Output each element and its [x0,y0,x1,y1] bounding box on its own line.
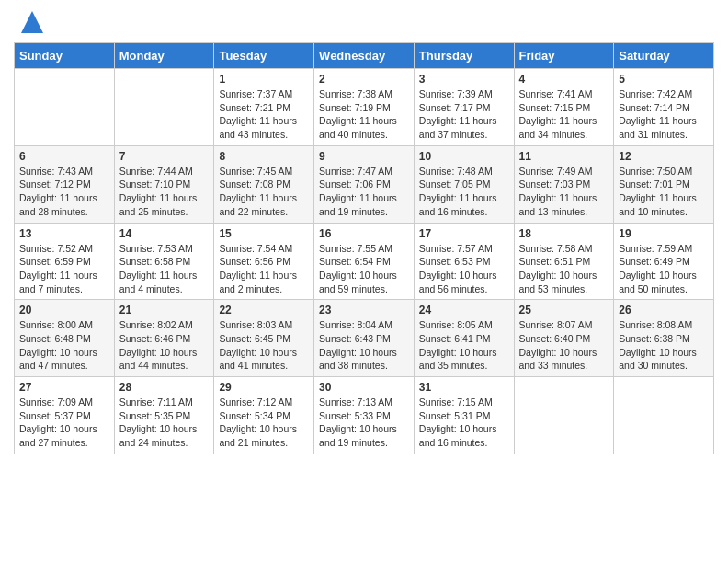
calendar-table: SundayMondayTuesdayWednesdayThursdayFrid… [14,42,714,454]
day-number: 25 [519,304,609,316]
weekday-header-monday: Monday [114,43,214,69]
day-cell: 16Sunrise: 7:55 AM Sunset: 6:54 PM Dayli… [314,223,415,300]
day-info: Sunrise: 8:08 AM Sunset: 6:38 PM Dayligh… [619,318,709,373]
day-info: Sunrise: 7:58 AM Sunset: 6:51 PM Dayligh… [519,242,609,296]
day-info: Sunrise: 7:39 AM Sunset: 7:17 PM Dayligh… [419,87,509,142]
day-number: 12 [619,150,709,163]
day-cell: 12Sunrise: 7:50 AM Sunset: 7:01 PM Dayli… [614,145,714,223]
day-info: Sunrise: 7:15 AM Sunset: 5:31 PM Dayligh… [419,396,509,450]
day-info: Sunrise: 7:13 AM Sunset: 5:33 PM Dayligh… [319,396,409,450]
day-info: Sunrise: 7:38 AM Sunset: 7:19 PM Dayligh… [319,87,409,142]
day-number: 22 [219,304,309,316]
day-number: 20 [19,304,109,316]
day-number: 10 [419,150,509,163]
day-cell [15,69,115,146]
weekday-header-thursday: Thursday [414,43,514,69]
weekday-header-wednesday: Wednesday [314,43,415,69]
day-info: Sunrise: 7:52 AM Sunset: 6:59 PM Dayligh… [19,242,109,296]
day-cell: 28Sunrise: 7:11 AM Sunset: 5:35 PM Dayli… [114,377,214,454]
week-row-4: 20Sunrise: 8:00 AM Sunset: 6:48 PM Dayli… [15,300,714,377]
day-number: 24 [419,304,509,316]
day-cell: 27Sunrise: 7:09 AM Sunset: 5:37 PM Dayli… [15,377,115,454]
week-row-5: 27Sunrise: 7:09 AM Sunset: 5:37 PM Dayli… [15,377,714,454]
day-cell [114,69,214,146]
day-number: 26 [619,304,709,316]
day-cell: 9Sunrise: 7:47 AM Sunset: 7:06 PM Daylig… [314,145,415,223]
day-number: 6 [19,150,109,163]
day-info: Sunrise: 7:44 AM Sunset: 7:10 PM Dayligh… [119,165,210,219]
day-number: 1 [219,73,309,86]
weekday-header-sunday: Sunday [15,43,115,69]
day-info: Sunrise: 7:09 AM Sunset: 5:37 PM Dayligh… [19,396,109,450]
day-number: 7 [119,150,210,163]
day-cell: 10Sunrise: 7:48 AM Sunset: 7:05 PM Dayli… [414,145,514,223]
day-number: 2 [319,73,409,86]
day-number: 21 [119,304,210,316]
day-cell: 8Sunrise: 7:45 AM Sunset: 7:08 PM Daylig… [214,145,314,223]
day-cell: 7Sunrise: 7:44 AM Sunset: 7:10 PM Daylig… [114,145,214,223]
day-number: 4 [519,73,609,86]
weekday-header-row: SundayMondayTuesdayWednesdayThursdayFrid… [15,43,714,69]
day-number: 29 [219,381,309,394]
day-info: Sunrise: 7:45 AM Sunset: 7:08 PM Dayligh… [219,165,309,219]
day-cell: 6Sunrise: 7:43 AM Sunset: 7:12 PM Daylig… [15,145,115,223]
day-cell: 17Sunrise: 7:57 AM Sunset: 6:53 PM Dayli… [414,223,514,300]
day-number: 30 [319,381,409,394]
week-row-1: 1Sunrise: 7:37 AM Sunset: 7:21 PM Daylig… [15,69,714,146]
day-cell: 25Sunrise: 8:07 AM Sunset: 6:40 PM Dayli… [514,300,614,377]
day-info: Sunrise: 7:55 AM Sunset: 6:54 PM Dayligh… [319,242,409,296]
calendar-container: SundayMondayTuesdayWednesdayThursdayFrid… [0,0,728,468]
day-number: 28 [119,381,210,394]
day-info: Sunrise: 7:57 AM Sunset: 6:53 PM Dayligh… [419,242,509,296]
day-info: Sunrise: 7:42 AM Sunset: 7:14 PM Dayligh… [619,87,709,142]
day-number: 31 [419,381,509,394]
day-cell: 13Sunrise: 7:52 AM Sunset: 6:59 PM Dayli… [15,223,115,300]
day-info: Sunrise: 7:49 AM Sunset: 7:03 PM Dayligh… [519,165,609,219]
day-number: 13 [19,227,109,240]
day-cell: 26Sunrise: 8:08 AM Sunset: 6:38 PM Dayli… [614,300,714,377]
day-cell: 20Sunrise: 8:00 AM Sunset: 6:48 PM Dayli… [15,300,115,377]
day-cell: 31Sunrise: 7:15 AM Sunset: 5:31 PM Dayli… [414,377,514,454]
day-cell: 23Sunrise: 8:04 AM Sunset: 6:43 PM Dayli… [314,300,415,377]
day-cell: 1Sunrise: 7:37 AM Sunset: 7:21 PM Daylig… [214,69,314,146]
day-cell: 3Sunrise: 7:39 AM Sunset: 7:17 PM Daylig… [414,69,514,146]
day-cell: 2Sunrise: 7:38 AM Sunset: 7:19 PM Daylig… [314,69,415,146]
day-number: 15 [219,227,309,240]
logo [14,9,45,35]
day-info: Sunrise: 7:59 AM Sunset: 6:49 PM Dayligh… [619,242,709,296]
week-row-2: 6Sunrise: 7:43 AM Sunset: 7:12 PM Daylig… [15,145,714,223]
day-info: Sunrise: 8:05 AM Sunset: 6:41 PM Dayligh… [419,318,509,373]
day-info: Sunrise: 8:00 AM Sunset: 6:48 PM Dayligh… [19,318,109,373]
day-number: 18 [519,227,609,240]
day-number: 11 [519,150,609,163]
day-cell: 15Sunrise: 7:54 AM Sunset: 6:56 PM Dayli… [214,223,314,300]
day-info: Sunrise: 7:37 AM Sunset: 7:21 PM Dayligh… [219,87,309,142]
day-number: 9 [319,150,409,163]
day-info: Sunrise: 8:03 AM Sunset: 6:45 PM Dayligh… [219,318,309,373]
day-info: Sunrise: 7:48 AM Sunset: 7:05 PM Dayligh… [419,165,509,219]
day-cell [614,377,714,454]
day-cell: 22Sunrise: 8:03 AM Sunset: 6:45 PM Dayli… [214,300,314,377]
logo-icon [19,9,45,35]
day-cell: 29Sunrise: 7:12 AM Sunset: 5:34 PM Dayli… [214,377,314,454]
day-cell [514,377,614,454]
day-number: 27 [19,381,109,394]
day-number: 14 [119,227,210,240]
weekday-header-saturday: Saturday [614,43,714,69]
day-info: Sunrise: 7:43 AM Sunset: 7:12 PM Dayligh… [19,165,109,219]
weekday-header-tuesday: Tuesday [214,43,314,69]
day-info: Sunrise: 7:41 AM Sunset: 7:15 PM Dayligh… [519,87,609,142]
day-info: Sunrise: 7:53 AM Sunset: 6:58 PM Dayligh… [119,242,210,296]
weekday-header-friday: Friday [514,43,614,69]
day-info: Sunrise: 8:07 AM Sunset: 6:40 PM Dayligh… [519,318,609,373]
svg-marker-0 [21,11,43,33]
day-number: 17 [419,227,509,240]
day-cell: 19Sunrise: 7:59 AM Sunset: 6:49 PM Dayli… [614,223,714,300]
week-row-3: 13Sunrise: 7:52 AM Sunset: 6:59 PM Dayli… [15,223,714,300]
day-info: Sunrise: 7:11 AM Sunset: 5:35 PM Dayligh… [119,396,210,450]
day-info: Sunrise: 8:04 AM Sunset: 6:43 PM Dayligh… [319,318,409,373]
day-cell: 24Sunrise: 8:05 AM Sunset: 6:41 PM Dayli… [414,300,514,377]
day-number: 16 [319,227,409,240]
day-info: Sunrise: 7:12 AM Sunset: 5:34 PM Dayligh… [219,396,309,450]
header [14,9,714,35]
